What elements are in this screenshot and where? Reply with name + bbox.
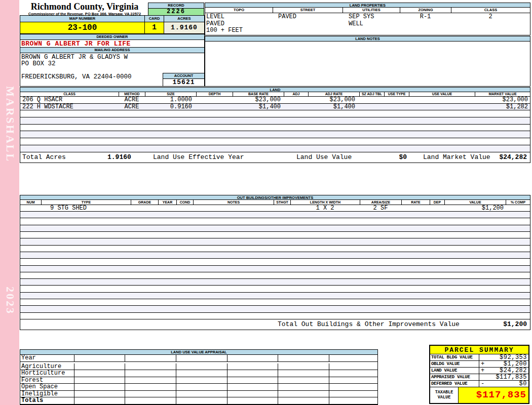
empty-row <box>20 286 530 292</box>
land-cell-adj_rate: $23,000 <box>308 97 359 103</box>
parcel-summary-label: APPRAISED VALUE <box>430 374 479 380</box>
appraisal-cell <box>176 363 227 370</box>
column-header: MARKET VALUE <box>475 92 530 96</box>
land-totals-row: Total Acres 1.9160 Land Use Effective Ye… <box>20 152 530 163</box>
land-properties-value: R-1 <box>400 14 451 21</box>
deeded-owner-box: DEEDED OWNER BROWN G ALBERT JR FOR LIFE <box>20 34 205 48</box>
land-properties-column: R-1 <box>400 13 451 35</box>
taxable-value-row: TAXABLE VALUE $117,835 <box>430 387 528 403</box>
land-cell-base_rate: $1,400 <box>233 104 284 110</box>
land-use-appraisal-rows: YearAgricultureHorticultureForestOpen Sp… <box>20 355 377 404</box>
taxable-value: $117,835 <box>459 387 528 403</box>
parcel-summary-sign: + <box>481 368 485 374</box>
appraisal-cell <box>176 370 227 377</box>
appraisal-cell <box>74 397 125 404</box>
ob-cell-notes <box>193 205 274 211</box>
out-buildings-table: OUT BUILDINGS/OTHER IMPROVEMENTS NUMTYPE… <box>20 195 530 330</box>
land-properties-values: LEVELPAVED100 + FEETPAVEDSEP SYSWELLR-12 <box>205 13 530 35</box>
empty-row <box>20 293 530 299</box>
land-cell-sz_adj_tbl <box>359 104 384 110</box>
column-header: TOPO <box>205 8 273 13</box>
appraisal-cell <box>227 377 278 384</box>
empty-row <box>20 238 530 245</box>
appraisal-cell <box>227 391 278 397</box>
column-header: BASE RATE <box>233 92 284 96</box>
land-table-rows: 206 Q HSACRACRE1.0000$23,000$23,000$23,0… <box>20 97 530 110</box>
land-cell-class: 206 Q HSACR <box>20 97 119 103</box>
column-header: METHOD <box>119 92 145 96</box>
land-properties-table: LAND PROPERTIES TOPOSTREETUTILITIESZONIN… <box>205 3 530 35</box>
empty-row <box>20 117 530 125</box>
land-properties-value: SEP SYS <box>349 14 400 21</box>
appraisal-cell <box>329 377 377 384</box>
deeded-owner-value: BROWN G ALBERT JR FOR LIFE <box>20 40 204 48</box>
column-header: SZ ADJ TBL <box>359 92 384 96</box>
land-cell-adj_rate: $1,400 <box>308 104 359 110</box>
land-table: LAND CLASSMETHODSIZEDEPTHBASE RATEADJADJ… <box>20 87 530 163</box>
column-header: ADJ <box>284 92 308 96</box>
out-buildings-column-headers: NUMTYPEGRADEYEARCONDNOTESSTHGTLENGTH X W… <box>20 200 530 205</box>
column-header: DEP <box>430 200 444 205</box>
appraisal-cell <box>125 355 176 361</box>
land-properties-column-headers: TOPOSTREETUTILITIESZONINGCLASS <box>205 8 530 13</box>
ob-cell-area_size: 2 SF <box>360 205 401 211</box>
land-cell-use_type <box>384 97 409 103</box>
appraisal-cell <box>278 370 329 377</box>
land-use-value: $0 <box>364 152 407 163</box>
county-header: Richmond County, Virginia Commissioner o… <box>22 2 147 16</box>
empty-row <box>20 279 530 286</box>
empty-row <box>20 299 530 306</box>
parcel-summary: PARCEL SUMMARY TOTAL BLDG VALUE$92,353OB… <box>429 345 529 404</box>
land-cell-adj <box>284 104 308 110</box>
appraisal-cell <box>227 384 278 390</box>
empty-row <box>20 110 530 117</box>
empty-row <box>20 218 530 225</box>
land-notes-box: LAND NOTES <box>205 36 530 87</box>
appraisal-cell <box>74 377 125 384</box>
column-header: NUM <box>20 200 41 205</box>
ob-cell-length_x_width: 1 X 2 <box>290 205 360 211</box>
parcel-summary-sign: + <box>481 361 485 367</box>
appraisal-row-label: Totals <box>20 397 74 404</box>
column-header: STREET <box>273 8 343 13</box>
out-buildings-empty-rows <box>20 212 530 319</box>
appraisal-cell <box>74 363 125 370</box>
appraisal-cell <box>125 391 176 397</box>
parcel-summary-value: $92,353 <box>479 354 528 360</box>
account-value: 15621 <box>163 79 204 86</box>
out-building-row: 9 STG SHED1 X 22 SF$1,200 <box>20 205 530 212</box>
record-value: 2226 <box>148 9 204 15</box>
appraisal-cell <box>329 370 377 377</box>
empty-row <box>20 246 530 252</box>
ob-cell-dep <box>430 205 444 211</box>
land-cell-class: 222 H WDSTACRE <box>20 104 119 110</box>
appraisal-cell <box>176 384 227 390</box>
appraisal-cell <box>74 384 125 390</box>
appraisal-cell <box>278 355 329 361</box>
ob-cell-type: 9 STG SHED <box>41 205 131 211</box>
empty-row <box>20 212 530 218</box>
ob-cell-grade <box>131 205 158 211</box>
empty-row <box>20 259 530 265</box>
appraisal-cell <box>176 377 227 384</box>
column-header: COND <box>176 200 193 205</box>
appraisal-cell <box>125 397 176 404</box>
appraisal-cell <box>278 363 329 370</box>
column-header: DEPTH <box>196 92 233 96</box>
appraisal-cell <box>278 397 329 404</box>
empty-row <box>20 272 530 279</box>
column-header: ZONING <box>400 8 451 13</box>
empty-row <box>20 266 530 272</box>
appraisal-cell <box>125 384 176 390</box>
land-properties-value: 100 + FEET <box>206 27 273 34</box>
land-cell-base_rate: $23,000 <box>233 97 284 103</box>
appraisal-cell <box>74 355 125 361</box>
appraisal-row: Year <box>20 355 377 362</box>
land-cell-market_value: $1,282 <box>475 104 530 110</box>
appraisal-cell <box>125 363 176 370</box>
appraisal-cell <box>329 363 377 370</box>
land-use-appraisal-table: LAND USE VALUE APPRAISAL YearAgriculture… <box>20 349 378 405</box>
out-buildings-totals-row: Total Out Buildings & Other Improvements… <box>20 319 530 330</box>
parcel-summary-value: $24,282+ <box>479 368 528 374</box>
record-box: RECORD 2226 <box>148 3 204 16</box>
